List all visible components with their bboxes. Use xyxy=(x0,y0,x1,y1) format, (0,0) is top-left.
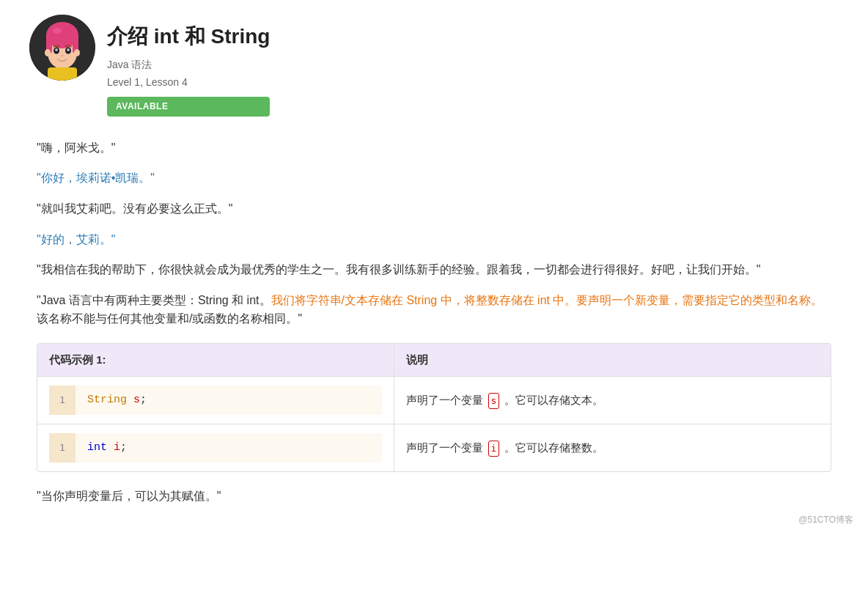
available-badge: AVAILABLE xyxy=(107,97,270,117)
dialogue-5: "我相信在我的帮助下，你很快就会成为最优秀的学生之一。我有很多训练新手的经验。跟… xyxy=(37,260,831,279)
table-row: 1 String s; 声明了一个变量 s 。它可以存储文本。 xyxy=(37,376,831,424)
code-content-1: String s; xyxy=(76,386,382,415)
code-table-wrapper: 代码示例 1: 说明 1 String s; xyxy=(37,343,831,472)
code-type-string: String xyxy=(87,394,127,406)
page-title: 介绍 int 和 String xyxy=(107,21,270,54)
desc-prefix-1: 声明了一个变量 xyxy=(406,394,483,406)
table-row: 1 int i; 声明了一个变量 i 。它可以存储整数。 xyxy=(37,424,831,471)
code-semicolon-2: ; xyxy=(120,441,127,454)
dialogue-4: "好的，艾莉。" xyxy=(37,230,831,249)
watermark: @51CTO博客 xyxy=(798,513,853,527)
dialogue-6: "Java 语言中有两种主要类型：String 和 int。我们将字符串/文本存… xyxy=(37,291,831,328)
content: "嗨，阿米戈。" "你好，埃莉诺•凯瑞。" "就叫我艾莉吧。没有必要这么正式。"… xyxy=(29,139,839,506)
table-cell-desc-2: 声明了一个变量 i 。它可以存储整数。 xyxy=(394,424,831,471)
table-cell-desc-1: 声明了一个变量 s 。它可以存储文本。 xyxy=(394,376,831,424)
desc-prefix-2: 声明了一个变量 xyxy=(406,441,483,454)
dialogue-6-black-start: "Java 语言中有两种主要类型：String 和 int。 xyxy=(37,294,271,306)
table-cell-code-2: 1 int i; xyxy=(37,424,394,471)
code-var-i: i xyxy=(114,441,120,454)
table-header-row: 代码示例 1: 说明 xyxy=(37,344,831,377)
code-type-int: int xyxy=(87,441,107,454)
java-subtitle: Java 语法 xyxy=(107,56,270,73)
svg-point-5 xyxy=(45,49,51,56)
dialogue-1: "嗨，阿米戈。" xyxy=(37,139,831,158)
table-cell-code-1: 1 String s; xyxy=(37,376,394,424)
svg-point-11 xyxy=(62,55,64,56)
code-cell-1: 1 String s; xyxy=(49,386,382,415)
dialogue-6-orange: 我们将字符串/文本存储在 String 中，将整数存储在 int 中。要声明一个… xyxy=(271,294,823,306)
dialogue-6-black-end: 该名称不能与任何其他变量和/或函数的名称相同。" xyxy=(37,312,302,325)
footer-text: "当你声明变量后，可以为其赋值。" xyxy=(37,487,831,506)
code-table: 代码示例 1: 说明 1 String s; xyxy=(37,344,831,471)
code-content-2: int i; xyxy=(76,433,382,463)
code-cell-2: 1 int i; xyxy=(49,433,382,463)
desc-suffix-2: 。它可以存储整数。 xyxy=(504,441,603,454)
desc-suffix-1: 。它可以存储文本。 xyxy=(504,394,603,406)
table-header-col2: 说明 xyxy=(394,344,831,377)
dialogue-2: "你好，埃莉诺•凯瑞。" xyxy=(37,169,831,188)
svg-point-10 xyxy=(67,48,70,51)
svg-point-9 xyxy=(55,48,58,51)
avatar xyxy=(29,15,95,81)
var-badge-i: i xyxy=(488,441,500,457)
header: 介绍 int 和 String Java 语法 Level 1, Lesson … xyxy=(29,15,839,117)
svg-point-6 xyxy=(74,49,80,56)
var-badge-s: s xyxy=(488,393,500,410)
table-header-col1: 代码示例 1: xyxy=(37,344,394,377)
svg-point-13 xyxy=(53,28,62,34)
code-var-s: s xyxy=(133,394,140,406)
header-info: 介绍 int 和 String Java 语法 Level 1, Lesson … xyxy=(107,15,270,117)
level-info: Level 1, Lesson 4 xyxy=(107,74,270,90)
line-number-1: 1 xyxy=(49,386,76,415)
svg-rect-12 xyxy=(48,67,77,81)
code-semicolon-1: ; xyxy=(140,394,147,406)
dialogue-3: "就叫我艾莉吧。没有必要这么正式。" xyxy=(37,199,831,218)
line-number-2: 1 xyxy=(49,433,76,463)
